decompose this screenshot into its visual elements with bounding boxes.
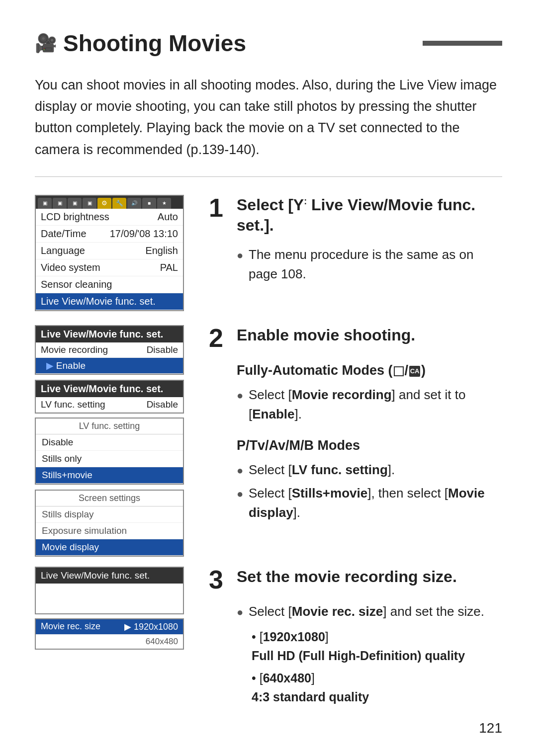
step1-area: ▣ ▣ ▣ ▣ ⚙ 🔧 🔊 ■ ★ LCD brightness Auto Da…: [35, 195, 502, 311]
menu-row-sensor: Sensor cleaning: [36, 276, 183, 293]
menu-row-datetime: Date/Time 17/09/'08 13:10: [36, 226, 183, 243]
page-number: 121: [479, 720, 502, 736]
step3-rec-size-row: Movie rec. size ▶ 1920x1080: [36, 619, 183, 635]
page-title: Shooting Movies: [63, 30, 413, 57]
screen-settings-box: Screen settings Stills display Exposure …: [35, 490, 184, 557]
tab7: 🔊: [127, 198, 141, 209]
tab4: ▣: [83, 198, 96, 209]
screen-settings-exposure: Exposure simulation: [36, 523, 183, 539]
step1-number: 1: [209, 195, 231, 221]
camera-tabs: ▣ ▣ ▣ ▣ ⚙ 🔧 🔊 ■ ★: [36, 196, 183, 209]
step2-menu1-row1: Movie recording Disable: [36, 342, 183, 358]
checkbox-mode-icon: [394, 366, 404, 376]
step3-menu1: Live View/Movie func. set.: [35, 567, 184, 614]
step2-screenshots: Live View/Movie func. set. Movie recordi…: [35, 325, 194, 557]
step3-header: 3 Set the movie recording size.: [209, 567, 502, 592]
lv-opt-stills-movie: Stills+movie: [36, 467, 183, 484]
step2-area: Live View/Movie func. set. Movie recordi…: [35, 325, 502, 557]
step2-menu1: Live View/Movie func. set. Movie recordi…: [35, 325, 184, 375]
step2-fully-auto: Fully-Automatic Modes (/CA) ● Select [Mo…: [237, 360, 502, 424]
tab1: ▣: [38, 198, 52, 209]
step2-header: 2 Enable movie shooting.: [209, 325, 502, 351]
step3-bullet-640: [640x480] 4:3 standard quality: [252, 669, 502, 706]
step2-menu2-row1: LV func. setting Disable: [36, 397, 183, 413]
step3-instructions: 3 Set the movie recording size. ● Select…: [209, 567, 502, 711]
step1-body: ● The menu procedure is the same as on p…: [209, 245, 502, 284]
lv-opt-stills-only: Stills only: [36, 451, 183, 467]
step3-screenshots: Live View/Movie func. set. Movie rec. si…: [35, 567, 194, 654]
step3-body: ● Select [Movie rec. size] and set the s…: [209, 601, 502, 707]
lv-opt-disable: Disable: [36, 434, 183, 451]
ca-mode-icon: CA: [409, 366, 420, 377]
step1-header: 1 Select [Y: Live View/Movie func. set.]…: [209, 195, 502, 236]
movie-icon: 🎥: [35, 33, 57, 54]
tab9: ★: [157, 198, 171, 209]
tab8: ■: [142, 198, 156, 209]
step1-bullet: ● The menu procedure is the same as on p…: [237, 245, 502, 284]
screen-settings-stills: Stills display: [36, 506, 183, 523]
step1-screenshots: ▣ ▣ ▣ ▣ ⚙ 🔧 🔊 ■ ★ LCD brightness Auto Da…: [35, 195, 194, 311]
step1-instructions: 1 Select [Y: Live View/Movie func. set.]…: [209, 195, 502, 288]
menu-row-liveview: Live View/Movie func. set.: [36, 293, 183, 310]
step2-fully-auto-bullet: ● Select [Movie recording] and set it to…: [237, 385, 502, 424]
step2-ptv-title: P/Tv/Av/M/B Modes: [237, 435, 502, 456]
menu-row-language: Language English: [36, 243, 183, 259]
step3-menu1-title: Live View/Movie func. set.: [36, 568, 183, 584]
step2-body: Fully-Automatic Modes (/CA) ● Select [Mo…: [209, 360, 502, 522]
step3-bullet-1920: [1920x1080] Full HD (Full High-Definitio…: [252, 628, 502, 665]
step2-ptv-bullet2: ● Select [Stills+movie], then select [Mo…: [237, 484, 502, 522]
tab5-active: ⚙: [97, 198, 111, 209]
screen-settings-movie: Movie display: [36, 539, 183, 556]
screen-settings-title: Screen settings: [36, 491, 183, 506]
step1-title: Select [Y: Live View/Movie func. set.].: [237, 195, 502, 236]
step3-menu2: Movie rec. size ▶ 1920x1080 640x480: [35, 618, 184, 650]
step1-camera-menu: ▣ ▣ ▣ ▣ ⚙ 🔧 🔊 ■ ★ LCD brightness Auto Da…: [35, 195, 184, 311]
tab2: ▣: [53, 198, 67, 209]
step2-fully-auto-title: Fully-Automatic Modes (/CA): [237, 360, 502, 381]
lv-suboptions: LV func. setting Disable Stills only Sti…: [35, 418, 184, 485]
tab3: ▣: [68, 198, 82, 209]
step3-area: Live View/Movie func. set. Movie rec. si…: [35, 567, 502, 711]
step2-ptv: P/Tv/Av/M/B Modes ● Select [LV func. set…: [237, 435, 502, 522]
step2-instructions: 2 Enable movie shooting. Fully-Automatic…: [209, 325, 502, 533]
step3-sub-bullets: [1920x1080] Full HD (Full High-Definitio…: [237, 628, 502, 706]
step2-menu1-row2: ▶ Enable: [36, 358, 183, 374]
step2-title: Enable movie shooting.: [237, 325, 415, 346]
page-title-bar: 🎥 Shooting Movies: [35, 30, 502, 57]
step1-bullet-text: The menu procedure is the same as on pag…: [249, 245, 502, 284]
step3-title: Set the movie recording size.: [237, 567, 457, 588]
intro-text: You can shoot movies in all shooting mod…: [35, 75, 502, 177]
step3-number: 3: [209, 567, 231, 592]
step2-ptv-bullet1: ● Select [LV func. setting].: [237, 460, 502, 480]
step2-number: 2: [209, 325, 231, 351]
step2-menu2-title: Live View/Movie func. set.: [36, 381, 183, 397]
tab6: 🔧: [112, 198, 126, 209]
step3-menu1-body: [36, 584, 183, 613]
menu-row-lcd: LCD brightness Auto: [36, 209, 183, 226]
step2-menu1-title: Live View/Movie func. set.: [36, 326, 183, 342]
step3-main-bullet: ● Select [Movie rec. size] and set the s…: [237, 601, 502, 622]
step2-menu2: Live View/Movie func. set. LV func. sett…: [35, 380, 184, 414]
step3-size-640: 640x480: [36, 635, 183, 649]
menu-row-video: Video system PAL: [36, 259, 183, 276]
